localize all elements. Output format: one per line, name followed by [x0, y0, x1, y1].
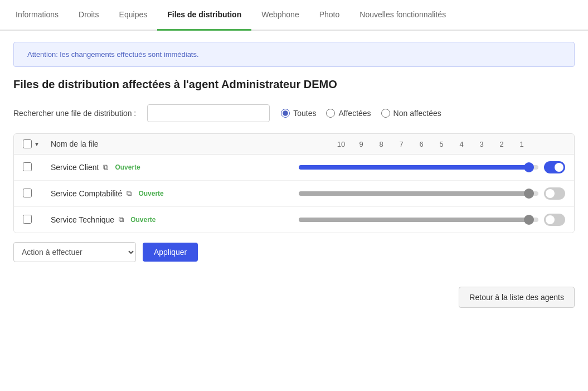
- alert-text: Attention: les changements effectués son…: [27, 50, 199, 59]
- row-checkbox[interactable]: [23, 215, 32, 224]
- tab-informations[interactable]: Informations: [6, 0, 69, 31]
- col-num-5: 5: [431, 140, 451, 148]
- table-row: Service Client⧉Ouverte: [14, 155, 574, 181]
- toggle-button[interactable]: [544, 161, 565, 173]
- back-button[interactable]: Retour à la liste des agents: [459, 287, 575, 308]
- col-num-1: 1: [512, 140, 532, 148]
- apply-button[interactable]: Appliquer: [143, 243, 198, 262]
- action-select[interactable]: Action à effectuerAffecterDésaffecter: [13, 242, 136, 262]
- external-link-icon[interactable]: ⧉: [119, 215, 124, 224]
- tab-droits[interactable]: Droits: [69, 0, 109, 31]
- col-num-2: 2: [492, 140, 512, 148]
- col-num-8: 8: [371, 140, 391, 148]
- select-all-checkbox[interactable]: [23, 139, 32, 148]
- table-row: Service Technique⧉Ouverte: [14, 207, 574, 233]
- radio-affectees[interactable]: Affectées: [326, 109, 371, 118]
- alert-banner: Attention: les changements effectués son…: [13, 42, 575, 67]
- table-body: Service Client⧉OuverteService Comptabili…: [14, 155, 574, 233]
- header-check-col: ▼: [23, 139, 51, 148]
- page-title: Files de distribution affectées à l'agen…: [13, 78, 575, 91]
- radio-non-affectees[interactable]: Non affectées: [381, 109, 441, 118]
- tab-nouvelles[interactable]: Nouvelles fonctionnalités: [349, 0, 456, 31]
- toggle-button[interactable]: [544, 214, 565, 226]
- tab-navigation: InformationsDroitsEquipesFiles de distri…: [0, 0, 588, 30]
- main-content: Files de distribution affectées à l'agen…: [0, 78, 588, 276]
- slider-area: [299, 187, 565, 200]
- col-num-7: 7: [391, 140, 411, 148]
- radio-toutes[interactable]: Toutes: [281, 109, 316, 118]
- search-input[interactable]: [147, 104, 270, 122]
- tab-webphone[interactable]: Webphone: [251, 0, 309, 31]
- slider-fill[interactable]: [299, 165, 529, 170]
- slider-thumb[interactable]: [524, 189, 534, 199]
- row-name: Service Client⧉Ouverte: [51, 162, 299, 172]
- queue-name: Service Client: [51, 163, 99, 172]
- row-name: Service Comptabilité⧉Ouverte: [51, 189, 299, 199]
- row-checkbox[interactable]: [23, 162, 32, 171]
- row-name: Service Technique⧉Ouverte: [51, 215, 299, 225]
- search-label: Rechercher une file de distribution :: [13, 109, 136, 118]
- queue-name: Service Technique: [51, 215, 114, 224]
- toggle-knob: [546, 215, 555, 224]
- col-num-4: 4: [451, 140, 472, 148]
- search-row: Rechercher une file de distribution : To…: [13, 104, 575, 122]
- col-num-3: 3: [472, 140, 492, 148]
- queue-name: Service Comptabilité: [51, 189, 122, 198]
- col-num-10: 10: [331, 140, 351, 148]
- status-badge: Ouverte: [128, 215, 158, 225]
- external-link-icon[interactable]: ⧉: [103, 163, 108, 172]
- table-header: ▼ Nom de la file 10987654321: [14, 134, 574, 155]
- tab-equipes[interactable]: Equipes: [109, 0, 158, 31]
- slider-area: [299, 214, 565, 226]
- status-badge: Ouverte: [113, 162, 142, 172]
- slider-fill[interactable]: [299, 218, 529, 222]
- header-name-col: Nom de la file: [51, 139, 331, 148]
- slider-fill[interactable]: [299, 191, 529, 196]
- back-button-row: Retour à la liste des agents: [0, 287, 588, 321]
- slider-thumb[interactable]: [524, 215, 534, 225]
- dropdown-arrow-icon[interactable]: ▼: [34, 141, 40, 147]
- slider-thumb[interactable]: [524, 162, 534, 172]
- toggle-knob: [546, 189, 555, 198]
- toggle-knob: [555, 163, 563, 172]
- toggle-button[interactable]: [544, 187, 565, 200]
- status-badge: Ouverte: [136, 189, 166, 199]
- header-numbers: 10987654321: [331, 140, 532, 148]
- tab-photo[interactable]: Photo: [309, 0, 350, 31]
- external-link-icon[interactable]: ⧉: [127, 189, 132, 198]
- action-row: Action à effectuerAffecterDésaffecter Ap…: [13, 242, 575, 262]
- table-container: ▼ Nom de la file 10987654321 Service Cli…: [13, 133, 575, 233]
- tabs-bar: InformationsDroitsEquipesFiles de distri…: [0, 0, 588, 31]
- tab-files[interactable]: Files de distribution: [157, 0, 251, 31]
- col-num-9: 9: [351, 140, 371, 148]
- col-num-6: 6: [411, 140, 431, 148]
- table-row: Service Comptabilité⧉Ouverte: [14, 181, 574, 207]
- slider-area: [299, 161, 565, 173]
- row-checkbox[interactable]: [23, 189, 32, 197]
- radio-group: Toutes Affectées Non affectées: [281, 109, 441, 118]
